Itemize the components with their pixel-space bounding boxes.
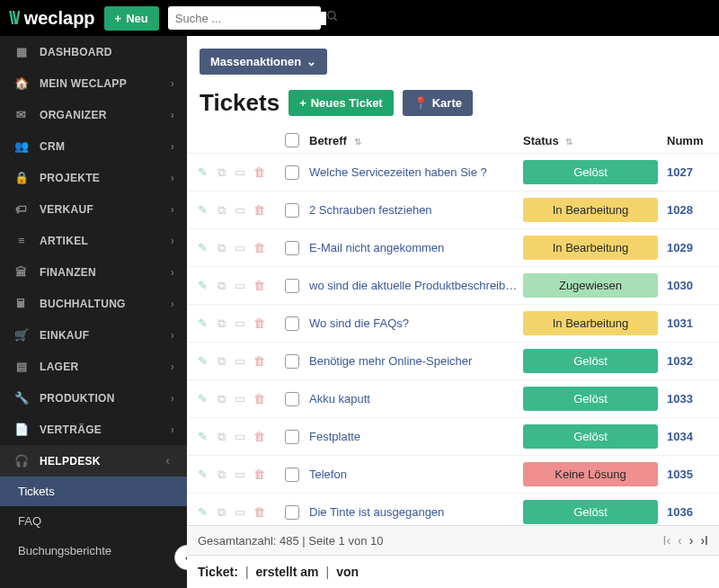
sidebar-item-organizer[interactable]: ✉ORGANIZER›	[0, 99, 187, 130]
folder-icon[interactable]: ▭	[232, 279, 248, 292]
delete-icon[interactable]: 🗑	[251, 316, 267, 330]
ticket-number-link[interactable]: 1035	[667, 468, 693, 481]
ticket-number-link[interactable]: 1027	[667, 165, 693, 179]
row-checkbox[interactable]	[285, 316, 299, 331]
edit-icon[interactable]: ✎	[194, 392, 210, 405]
mass-actions-button[interactable]: Massenaktionen ⌄	[200, 49, 327, 75]
row-checkbox[interactable]	[285, 430, 299, 444]
copy-icon[interactable]: ⧉	[213, 430, 229, 444]
copy-icon[interactable]: ⧉	[213, 505, 229, 520]
row-checkbox[interactable]	[285, 203, 299, 218]
ticket-number-link[interactable]: 1033	[667, 392, 693, 405]
sidebar-sub-reports[interactable]: Buchungsberichte	[0, 536, 187, 566]
search-box[interactable]	[168, 6, 321, 30]
sidebar-sub-tickets[interactable]: Tickets	[0, 477, 187, 506]
delete-icon[interactable]: 🗑	[251, 279, 267, 292]
copy-icon[interactable]: ⧉	[213, 241, 229, 255]
page-prev-button[interactable]: ‹	[678, 533, 682, 548]
search-icon[interactable]	[326, 10, 339, 26]
delete-icon[interactable]: 🗑	[251, 165, 267, 179]
row-checkbox[interactable]	[285, 354, 299, 369]
ticket-number-link[interactable]: 1028	[667, 203, 693, 217]
sidebar-sub-faq[interactable]: FAQ	[0, 506, 187, 536]
row-checkbox[interactable]	[285, 279, 299, 293]
ticket-subject-link[interactable]: wo sind die aktuelle Produktbeschreibung…	[309, 279, 523, 292]
page-first-button[interactable]: I‹	[663, 533, 671, 548]
ticket-subject-link[interactable]: E-Mail nicht angekommen	[309, 241, 523, 254]
folder-icon[interactable]: ▭	[232, 316, 248, 330]
row-checkbox[interactable]	[285, 241, 299, 255]
folder-icon[interactable]: ▭	[232, 354, 248, 368]
delete-icon[interactable]: 🗑	[251, 354, 267, 368]
folder-icon[interactable]: ▭	[232, 165, 248, 179]
folder-icon[interactable]: ▭	[232, 505, 248, 519]
sidebar-item-verträge[interactable]: 📄VERTRÄGE›	[0, 414, 187, 445]
copy-icon[interactable]: ⧉	[213, 354, 229, 369]
new-button[interactable]: + Neu	[104, 6, 159, 31]
sidebar-item-mein-weclapp[interactable]: 🏠MEIN WECLAPP›	[0, 67, 187, 99]
delete-icon[interactable]: 🗑	[251, 430, 267, 443]
ticket-subject-link[interactable]: 2 Schrauben festziehen	[309, 203, 523, 217]
search-input[interactable]	[175, 12, 326, 25]
copy-icon[interactable]: ⧉	[213, 468, 229, 482]
row-checkbox[interactable]	[285, 165, 299, 180]
ticket-number-link[interactable]: 1029	[667, 241, 693, 254]
copy-icon[interactable]: ⧉	[213, 203, 229, 218]
ticket-subject-link[interactable]: Benötige mehr Online-Speicher	[309, 354, 523, 368]
edit-icon[interactable]: ✎	[194, 241, 210, 254]
page-next-button[interactable]: ›	[689, 533, 694, 548]
copy-icon[interactable]: ⧉	[213, 165, 229, 180]
sidebar-item-helpdesk[interactable]: 🎧HELPDESK⌄	[0, 445, 187, 477]
row-checkbox[interactable]	[285, 505, 299, 520]
sidebar-item-verkauf[interactable]: 🏷VERKAUF›	[0, 193, 187, 225]
sidebar-item-lager[interactable]: ▤LAGER›	[0, 351, 187, 382]
folder-icon[interactable]: ▭	[232, 392, 248, 405]
col-status[interactable]: Status ⇅	[523, 134, 667, 147]
ticket-subject-link[interactable]: Festplatte	[309, 430, 523, 443]
col-number[interactable]: Numm	[667, 134, 712, 147]
sidebar-item-crm[interactable]: 👥CRM›	[0, 130, 187, 162]
ticket-subject-link[interactable]: Akku kaputt	[309, 392, 523, 405]
delete-icon[interactable]: 🗑	[251, 241, 267, 254]
ticket-subject-link[interactable]: Wo sind die FAQs?	[309, 316, 523, 330]
sidebar-item-dashboard[interactable]: ▦DASHBOARD	[0, 36, 187, 67]
col-subject[interactable]: Betreff ⇅	[304, 134, 523, 147]
page-last-button[interactable]: ›I	[700, 533, 708, 548]
select-all-checkbox[interactable]	[285, 133, 299, 147]
sidebar-item-artikel[interactable]: ≡ARTIKEL›	[0, 225, 187, 256]
copy-icon[interactable]: ⧉	[213, 279, 229, 293]
ticket-number-link[interactable]: 1032	[667, 354, 693, 368]
sidebar-item-einkauf[interactable]: 🛒EINKAUF›	[0, 319, 187, 351]
sidebar-item-buchhaltung[interactable]: 🖩BUCHHALTUNG›	[0, 288, 187, 319]
ticket-subject-link[interactable]: Telefon	[309, 468, 523, 481]
delete-icon[interactable]: 🗑	[251, 203, 267, 217]
copy-icon[interactable]: ⧉	[213, 316, 229, 331]
edit-icon[interactable]: ✎	[194, 505, 210, 519]
ticket-subject-link[interactable]: Die Tinte ist ausgegangen	[309, 505, 523, 519]
edit-icon[interactable]: ✎	[194, 279, 210, 292]
ticket-number-link[interactable]: 1030	[667, 279, 693, 292]
folder-icon[interactable]: ▭	[232, 468, 248, 481]
sidebar-item-produktion[interactable]: 🔧PRODUKTION›	[0, 382, 187, 414]
sidebar-item-finanzen[interactable]: 🏛FINANZEN›	[0, 256, 187, 288]
folder-icon[interactable]: ▭	[232, 241, 248, 254]
ticket-subject-link[interactable]: Welche Servicezeiten haben Sie ?	[309, 165, 523, 179]
new-ticket-button[interactable]: + Neues Ticket	[288, 90, 394, 116]
edit-icon[interactable]: ✎	[194, 165, 210, 179]
folder-icon[interactable]: ▭	[232, 203, 248, 217]
edit-icon[interactable]: ✎	[194, 316, 210, 330]
delete-icon[interactable]: 🗑	[251, 505, 267, 519]
sidebar-item-projekte[interactable]: 🔒PROJEKTE›	[0, 162, 187, 193]
ticket-number-link[interactable]: 1034	[667, 430, 693, 443]
ticket-number-link[interactable]: 1036	[667, 505, 693, 519]
delete-icon[interactable]: 🗑	[251, 392, 267, 405]
ticket-number-link[interactable]: 1031	[667, 316, 693, 330]
folder-icon[interactable]: ▭	[232, 430, 248, 443]
edit-icon[interactable]: ✎	[194, 468, 210, 481]
edit-icon[interactable]: ✎	[194, 430, 210, 443]
delete-icon[interactable]: 🗑	[251, 468, 267, 481]
row-checkbox[interactable]	[285, 392, 299, 406]
logo[interactable]: \\/ weclapp	[9, 8, 95, 29]
edit-icon[interactable]: ✎	[194, 203, 210, 217]
copy-icon[interactable]: ⧉	[213, 392, 229, 406]
